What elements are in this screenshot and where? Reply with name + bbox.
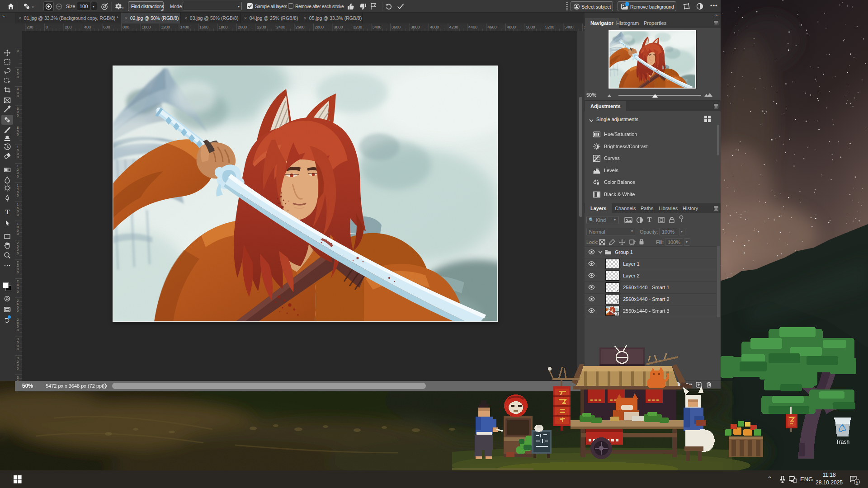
svg-text:2800: 2800 (315, 25, 324, 29)
svg-text:5400: 5400 (565, 25, 574, 29)
svg-text:0: 0 (17, 132, 19, 136)
svg-text:600: 600 (104, 25, 110, 29)
svg-text:4200: 4200 (449, 25, 458, 29)
svg-text:0: 0 (17, 155, 19, 159)
svg-text:1600: 1600 (199, 25, 208, 29)
svg-text:0: 0 (17, 193, 19, 197)
svg-text:800: 800 (123, 25, 129, 29)
svg-text:4600: 4600 (488, 25, 497, 29)
svg-text:0: 0 (17, 174, 19, 178)
svg-text:4000: 4000 (430, 25, 439, 29)
svg-text:5000: 5000 (526, 25, 535, 29)
svg-text:0: 0 (17, 113, 19, 117)
svg-text:0: 0 (17, 213, 19, 217)
svg-text:2400: 2400 (276, 25, 285, 29)
svg-text:0: 0 (17, 366, 19, 371)
svg-text:4800: 4800 (507, 25, 516, 29)
svg-text:400: 400 (84, 25, 91, 29)
svg-text:200: 200 (65, 25, 72, 29)
svg-text:2200: 2200 (257, 25, 266, 29)
svg-text:0: 0 (46, 25, 48, 29)
svg-text:0: 0 (17, 290, 19, 294)
svg-text:0: 0 (17, 75, 19, 79)
svg-text:0: 0 (17, 251, 19, 255)
svg-text:2600: 2600 (296, 25, 305, 29)
svg-text:1400: 1400 (180, 25, 189, 29)
svg-text:0: 0 (17, 94, 19, 98)
svg-text:3800: 3800 (411, 25, 420, 29)
svg-text:0: 0 (17, 347, 19, 351)
svg-text:200: 200 (27, 25, 33, 29)
svg-text:0: 0 (17, 232, 19, 236)
svg-text:3600: 3600 (392, 25, 401, 29)
svg-text:0: 0 (17, 270, 19, 274)
svg-text:1000: 1000 (142, 25, 151, 29)
svg-text:3000: 3000 (334, 25, 343, 29)
svg-text:1800: 1800 (219, 25, 228, 29)
svg-text:1200: 1200 (161, 25, 170, 29)
svg-text:0: 0 (17, 328, 19, 332)
svg-text:2000: 2000 (238, 25, 247, 29)
svg-text:4400: 4400 (468, 25, 477, 29)
svg-text:3200: 3200 (353, 25, 362, 29)
svg-text:Trash: Trash (836, 439, 849, 445)
svg-text:5200: 5200 (545, 25, 554, 29)
svg-text:0: 0 (17, 49, 19, 53)
svg-text:0: 0 (17, 309, 19, 313)
svg-text:T: T (5, 208, 10, 216)
svg-text:3400: 3400 (373, 25, 382, 29)
